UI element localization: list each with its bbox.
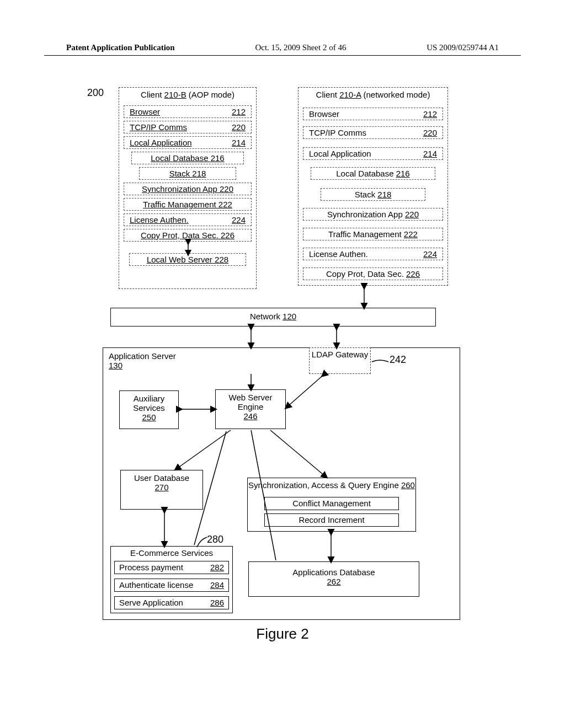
- client-a-stack: Stack 218: [321, 188, 425, 201]
- apps-db-box: Applications Database262: [248, 561, 419, 597]
- client-b-container: Client 210-B (AOP mode) Browser212 TCP/I…: [119, 87, 257, 289]
- client-a-sync: Synchronization App 220: [303, 208, 443, 221]
- client-b-localweb: Local Web Server 228: [129, 253, 246, 266]
- ref-242: 242: [390, 354, 406, 366]
- ecommerce-box: E-Commerce Services Process payment282 A…: [110, 546, 233, 613]
- ref-200: 200: [87, 87, 104, 99]
- sync-sub2: Record Increment: [264, 513, 399, 527]
- ecommerce-title: E-Commerce Services: [111, 547, 232, 558]
- client-b-copyprot: Copy Prot, Data Sec. 226: [124, 229, 252, 242]
- client-a-traffic: Traffic Management 222: [303, 228, 443, 240]
- header-center: Oct. 15, 2009 Sheet 2 of 46: [255, 43, 346, 52]
- ecommerce-r2: Authenticate license 284: [114, 579, 229, 592]
- client-b-inner-arrow: [119, 241, 256, 254]
- sync-engine-title: Synchronization, Access & Query Engine 2…: [248, 478, 415, 490]
- client-a-localapp: Local Application214: [303, 147, 443, 160]
- client-b-localdb: Local Database 216: [131, 152, 244, 164]
- ecommerce-r1: Process payment282: [114, 561, 229, 574]
- aux-box: Auxiliary Services250: [119, 390, 179, 429]
- web-engine-box: Web Server Engine246: [215, 389, 286, 429]
- user-db-box: User Database270: [120, 470, 203, 510]
- client-a-copyprot: Copy Prot, Data Sec. 226: [303, 267, 443, 280]
- client-b-tcpip: TCP/IP Comms220: [124, 121, 252, 133]
- app-server-title: Application Server130: [109, 351, 176, 370]
- client-a-license: License Authen.224: [303, 248, 443, 260]
- network-box: Network 120: [110, 308, 436, 326]
- client-b-traffic: Traffic Management 222: [124, 198, 252, 211]
- client-a-tcpip: TCP/IP Comms220: [303, 126, 443, 139]
- client-a-localdb: Local Database 216: [311, 167, 435, 180]
- ref-280: 280: [207, 534, 223, 545]
- client-b-localapp: Local Application214: [124, 136, 252, 149]
- client-b-stack: Stack 218: [139, 167, 236, 180]
- client-b-browser: Browser212: [124, 105, 252, 118]
- ecommerce-r3: Serve Application286: [114, 596, 229, 609]
- header-left: Patent Application Publication: [66, 43, 175, 52]
- header-right: US 2009/0259744 A1: [427, 43, 499, 52]
- ldap-box: LDAP Gateway: [309, 347, 371, 374]
- client-b-title: Client 210-B (AOP mode): [119, 90, 256, 99]
- client-a-browser: Browser212: [303, 108, 443, 120]
- figure-label: Figure 2: [0, 625, 565, 643]
- client-b-license: License Authen.224: [124, 213, 252, 226]
- client-a-container: Client 210-A (networked mode) Browser212…: [298, 87, 448, 286]
- client-a-title: Client 210-A (networked mode): [299, 90, 447, 99]
- sync-sub1: Conflict Management: [264, 497, 399, 510]
- header-rule: [44, 55, 521, 56]
- client-b-sync: Synchronization App 220: [124, 183, 252, 195]
- sync-engine-box: Synchronization, Access & Query Engine 2…: [247, 478, 416, 532]
